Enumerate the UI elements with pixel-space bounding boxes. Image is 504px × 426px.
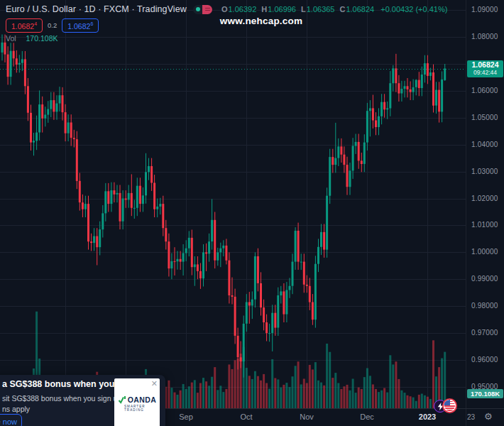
symbol-title[interactable]: Euro / U.S. Dollar · 1D · FXCM · Trading…: [6, 4, 187, 14]
green-dot-icon: [196, 7, 200, 11]
oanda-brand-name: OANDA: [128, 395, 157, 404]
utc-clock: 23: [467, 413, 475, 421]
volume-indicator-value: 170.108K: [26, 34, 58, 43]
price-axis-tick-label: 0.99000: [471, 275, 498, 283]
price-axis-tick-label: 1.03000: [471, 168, 498, 175]
ohlc-item: L1.06365: [301, 5, 335, 13]
price-axis-tick-label: 0.96000: [471, 356, 498, 364]
theme-toggle[interactable]: [193, 5, 212, 14]
chart-header: Euro / U.S. Dollar · 1D · FXCM · Trading…: [6, 4, 447, 14]
ad-terms-text: ns apply: [2, 405, 30, 413]
price-axis-tick-label: 1.08000: [471, 33, 498, 40]
oanda-tagline: SMARTER TRADING: [124, 405, 160, 412]
ad-subtext: sit SG$388 bonus when you sign up.: [2, 394, 124, 403]
price-axis-tick-label: 1.04000: [471, 141, 498, 148]
ohlc-item: C1.06824: [339, 5, 374, 13]
time-axis-tick-label: Nov: [300, 413, 314, 421]
us-flag-event-icon[interactable]: [442, 398, 457, 413]
time-axis-tick-label: 2023: [419, 413, 436, 421]
ohlc-item: H1.06996: [261, 5, 296, 13]
price-chart-canvas[interactable]: [0, 0, 466, 408]
time-axis-tick-label: Sep: [179, 413, 193, 421]
oanda-candle-check-icon: [118, 395, 126, 404]
us-flag-canton: [444, 400, 450, 405]
menu-lines-icon: [202, 5, 212, 14]
advertiser-card: ✕ OANDA SMARTER TRADING: [114, 378, 160, 426]
volume-indicator-label: Vol: [6, 34, 16, 43]
price-axis-tick-label: 1.06000: [471, 87, 498, 94]
change-value: +0.00432 (+0.41%): [380, 5, 447, 13]
bid-ask-row: 1.06824 0.2 1.06826: [6, 18, 99, 33]
price-axis-tick-label: 0.97000: [471, 329, 498, 337]
price-axis-tick-label: 1.05000: [471, 114, 498, 121]
bar-countdown: 09:42:44: [467, 69, 503, 76]
volume-indicator-row: Vol 170.108K: [6, 34, 58, 43]
ad-banner[interactable]: a SG$388 bonus when you sign up. sit SG$…: [0, 375, 165, 426]
price-axis-tick-label: 1.09000: [471, 6, 498, 13]
buy-price-button[interactable]: 1.06826: [62, 18, 99, 33]
time-axis-tick-label: Dec: [360, 413, 374, 421]
us-flag-stripes: [444, 400, 456, 412]
gear-icon[interactable]: ⚙: [484, 411, 493, 422]
last-price-label: 1.06824 09:42:44: [467, 60, 503, 77]
ohlc-item: O1.06392: [221, 5, 256, 13]
ad-close-icon[interactable]: ✕: [151, 378, 158, 388]
axis-corner-divider: [466, 409, 466, 426]
price-axis-tick-label: 1.01000: [471, 221, 498, 229]
spread-value: 0.2: [48, 21, 57, 29]
sell-price-button[interactable]: 1.06824: [6, 18, 43, 33]
price-axis-tick-label: 1.02000: [471, 195, 498, 202]
volume-axis-label: 170.108K: [467, 389, 503, 398]
last-price-value: 1.06824: [467, 61, 503, 69]
price-axis-tick-label: 1.00000: [471, 248, 498, 256]
price-axis[interactable]: 1.06824 09:42:44 170.108K 1.090001.08000…: [466, 0, 504, 408]
price-axis-tick-label: 0.98000: [471, 302, 498, 310]
toggle-left-segment: [193, 5, 203, 14]
tradingview-chart-window: www.nehcap.com Euro / U.S. Dollar · 1D ·…: [0, 0, 504, 426]
oanda-logo: OANDA SMARTER TRADING: [114, 395, 160, 412]
ohlc-values: O1.06392H1.06996L1.06365C1.06824: [221, 5, 374, 13]
trade-now-button[interactable]: ade now: [0, 414, 22, 426]
time-axis-tick-label: Oct: [240, 413, 252, 421]
